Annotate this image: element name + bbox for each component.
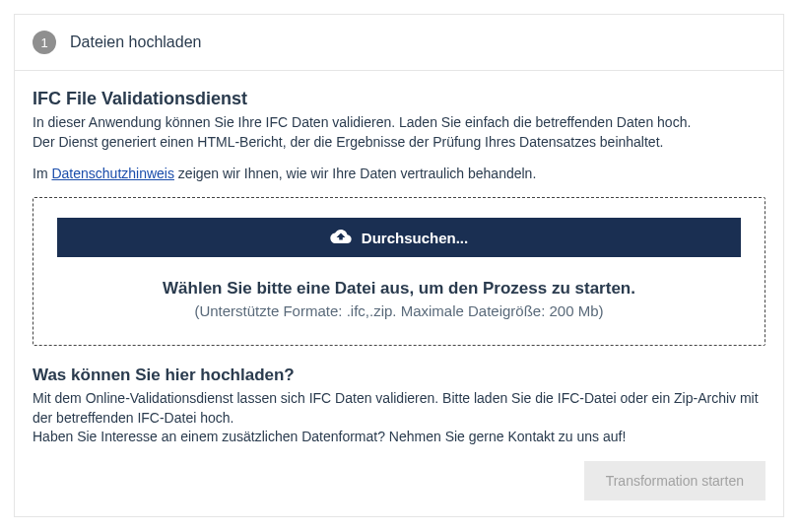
help-line-1: Mit dem Online-Validationsdienst lassen … — [33, 389, 765, 428]
wizard-card: 1 Dateien hochladen IFC File Validations… — [14, 14, 784, 517]
section-heading: IFC File Validationsdienst — [33, 89, 765, 109]
privacy-line: Im Datenschutzhinweis zeigen wir Ihnen, … — [33, 166, 765, 181]
cloud-upload-icon — [330, 229, 352, 247]
privacy-suffix: zeigen wir Ihnen, wie wir Ihre Daten ver… — [174, 166, 536, 181]
dropzone-hint-main: Wählen Sie bitte eine Datei aus, um den … — [57, 279, 741, 299]
wizard-content: IFC File Validationsdienst In dieser Anw… — [15, 71, 783, 516]
privacy-link[interactable]: Datenschutzhinweis — [51, 166, 174, 181]
start-transformation-button[interactable]: Transformation starten — [584, 461, 765, 500]
file-dropzone[interactable]: Durchsuchen... Wählen Sie bitte eine Dat… — [33, 197, 765, 346]
help-heading: Was können Sie hier hochladen? — [33, 366, 765, 385]
intro-line-1: In dieser Anwendung können Sie Ihre IFC … — [33, 113, 765, 133]
browse-button-label: Durchsuchen... — [362, 230, 468, 246]
browse-button[interactable]: Durchsuchen... — [57, 218, 741, 257]
help-line-2: Haben Sie Interesse an einem zusätzliche… — [33, 428, 765, 447]
footer-row: Transformation starten — [33, 461, 765, 500]
intro-line-2: Der Dienst generiert einen HTML-Bericht,… — [33, 133, 765, 153]
step-number-badge: 1 — [33, 31, 56, 54]
step-title: Dateien hochladen — [70, 33, 201, 51]
privacy-prefix: Im — [33, 166, 51, 181]
step-header: 1 Dateien hochladen — [15, 15, 783, 71]
dropzone-hint-sub: (Unterstützte Formate: .ifc,.zip. Maxima… — [57, 302, 741, 319]
